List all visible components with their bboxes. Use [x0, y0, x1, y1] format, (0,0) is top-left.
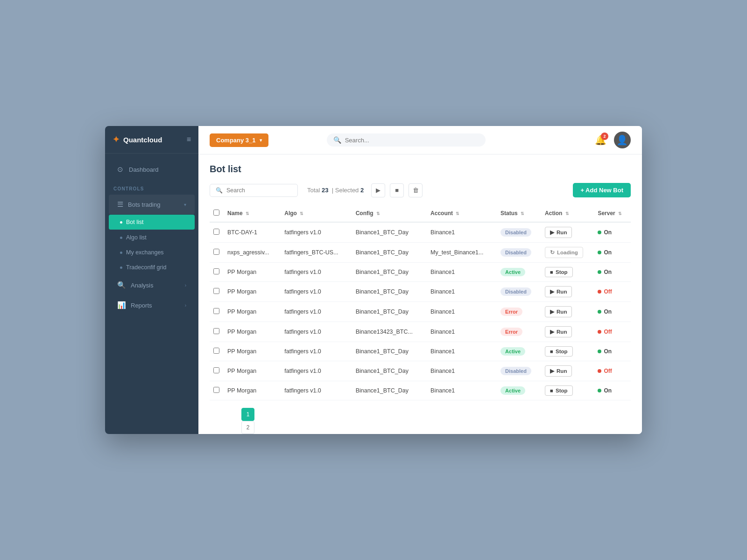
table-row: PP Morganfatfingers v1.0Binance1_BTC_Day… [210, 342, 631, 361]
status-badge: Error [500, 308, 522, 316]
page-number-button[interactable]: 1 [241, 408, 254, 421]
row-algo: fatfingers_BTC-US... [281, 243, 352, 263]
my-exchanges-label: My exchanges [126, 249, 164, 256]
content-area: Bot list 🔍 Total 23 | Selected 2 ▶ ■ 🗑 [198, 154, 642, 434]
run-button[interactable]: ▶ Run [545, 306, 572, 317]
row-checkbox[interactable] [213, 348, 219, 354]
row-checkbox[interactable] [213, 387, 219, 393]
row-checkbox[interactable] [213, 367, 219, 373]
select-all-checkbox[interactable] [213, 210, 219, 216]
server-label: On [604, 269, 612, 275]
run-button[interactable]: ▶ Run [545, 365, 572, 377]
status-badge: Disabled [500, 287, 531, 296]
row-config: Binance1_BTC_Day [352, 342, 427, 361]
row-action: ■ Stop [541, 263, 594, 282]
row-algo: fatfingers v1.0 [281, 342, 352, 361]
user-avatar[interactable]: 👤 [614, 132, 631, 148]
run-button[interactable]: ▶ Run [545, 326, 572, 337]
table-row: PP Morganfatfingers v1.0Binance1_BTC_Day… [210, 361, 631, 381]
row-checkbox-cell [210, 342, 224, 361]
row-checkbox[interactable] [213, 268, 219, 274]
table-search-box[interactable]: 🔍 [210, 184, 298, 197]
bulk-delete-button[interactable]: 🗑 [409, 183, 423, 197]
stop-button[interactable]: ■ Stop [545, 385, 573, 396]
sidebar-item-my-exchanges[interactable]: My exchanges [105, 245, 198, 260]
status-badge: Disabled [500, 228, 531, 237]
run-button[interactable]: ▶ Run [545, 286, 572, 297]
table-row: PP Morganfatfingers v1.0Binance1_BTC_Day… [210, 263, 631, 282]
row-name: PP Morgan [224, 282, 281, 302]
notification-badge: 2 [601, 133, 608, 140]
row-checkbox-cell [210, 222, 224, 243]
server-status: On [598, 249, 627, 256]
stop-button[interactable]: ■ Stop [545, 267, 573, 277]
row-config: Binance1_BTC_Day [352, 263, 427, 282]
sidebar-logo: ✦ Quantcloud ≡ [105, 126, 198, 154]
row-checkbox[interactable] [213, 328, 219, 334]
company-selector-button[interactable]: Company 3_1 ▾ [210, 133, 268, 147]
sidebar-item-reports[interactable]: 📊 Reports › [109, 295, 195, 315]
server-status: Off [598, 288, 627, 295]
table-header: Name ⇅ Algo ⇅ Config ⇅ Account ⇅ Status … [210, 205, 631, 222]
sidebar-item-tradeconfif-grid[interactable]: Tradeconfif grid [105, 260, 198, 275]
analysis-chevron: › [185, 283, 186, 288]
row-account: Binance1 [427, 342, 497, 361]
server-status: On [598, 269, 627, 275]
server-status: Off [598, 329, 627, 335]
logo-icon: ✦ [113, 134, 120, 145]
bulk-play-button[interactable]: ▶ [371, 183, 385, 197]
dashboard-label: Dashboard [129, 166, 159, 173]
topbar-search-icon: 🔍 [333, 136, 341, 144]
table-row: nxps_agressiv...fatfingers_BTC-US...Bina… [210, 243, 631, 263]
row-config: Binance1_BTC_Day [352, 361, 427, 381]
bots-trading-left: ☰ Bots trading [117, 200, 160, 209]
topbar-search-input[interactable] [345, 137, 479, 144]
sidebar-item-analysis[interactable]: 🔍 Analysis › [109, 275, 195, 295]
pagination: « ‹ 123456 ... › » Show 9 25 50 entries [210, 408, 631, 434]
analysis-label: Analysis [131, 282, 153, 289]
bulk-stop-button[interactable]: ■ [390, 183, 404, 197]
row-name: PP Morgan [224, 322, 281, 342]
table-row: PP Morganfatfingers v1.0Binance1_BTC_Day… [210, 282, 631, 302]
row-checkbox[interactable] [213, 308, 219, 314]
sidebar: ✦ Quantcloud ≡ ⊙ Dashboard CONTROLS ☰ Bo… [105, 126, 198, 434]
table-row: PP Morganfatfingers v1.0Binance1_BTC_Day… [210, 302, 631, 322]
notification-button[interactable]: 🔔 2 [595, 134, 606, 146]
status-badge: Disabled [500, 248, 531, 257]
stop-button[interactable]: ■ Stop [545, 346, 573, 357]
row-checkbox-cell [210, 263, 224, 282]
sidebar-item-bots-trading[interactable]: ☰ Bots trading ▾ [109, 195, 195, 214]
row-checkbox[interactable] [213, 249, 219, 255]
header-select-all[interactable] [210, 205, 224, 222]
sidebar-item-algo-list[interactable]: Algo list [105, 230, 198, 245]
row-action: ▶ Run [541, 282, 594, 302]
row-name: PP Morgan [224, 302, 281, 322]
sidebar-item-bot-list[interactable]: Bot list [109, 215, 195, 230]
bot-list-label: Bot list [126, 219, 144, 225]
row-name: nxps_agressiv... [224, 243, 281, 263]
hamburger-icon[interactable]: ≡ [187, 135, 191, 144]
topbar-search[interactable]: 🔍 [327, 133, 486, 147]
run-button[interactable]: ▶ Run [545, 227, 572, 238]
status-badge: Active [500, 268, 525, 276]
analysis-icon: 🔍 [117, 281, 126, 289]
row-checkbox[interactable] [213, 288, 219, 294]
add-new-bot-button[interactable]: + Add New Bot [573, 183, 631, 197]
row-checkbox[interactable] [213, 229, 219, 235]
header-account: Account ⇅ [427, 205, 497, 222]
page-number-button[interactable]: 2 [241, 421, 254, 434]
page-buttons: 123456 [241, 408, 254, 434]
server-on-dot [598, 251, 601, 254]
row-algo: fatfingers v1.0 [281, 222, 352, 243]
row-account: Binance1 [427, 302, 497, 322]
loading-button[interactable]: ↻ Loading [545, 247, 583, 258]
row-status: Disabled [497, 222, 541, 243]
bot-list-toolbar: 🔍 Total 23 | Selected 2 ▶ ■ 🗑 + Add New … [210, 183, 631, 197]
server-on-dot [598, 350, 601, 353]
sidebar-item-dashboard[interactable]: ⊙ Dashboard [109, 160, 195, 179]
table-search-input[interactable] [226, 187, 292, 194]
server-status: On [598, 387, 627, 394]
server-label: On [604, 308, 612, 315]
bots-trading-icon: ☰ [117, 200, 123, 209]
row-action: ▶ Run [541, 361, 594, 381]
